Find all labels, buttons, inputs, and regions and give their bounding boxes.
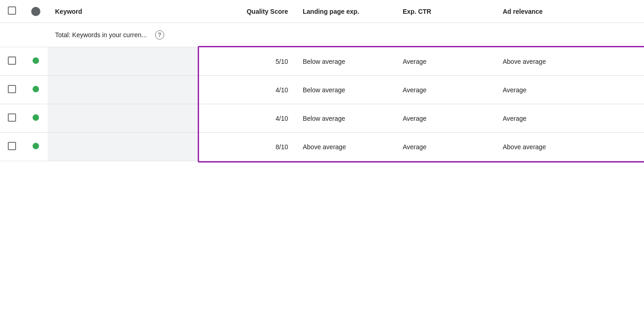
status-dot — [33, 57, 39, 64]
total-row: Total: Keywords in your curren... ? — [0, 23, 644, 47]
header-status — [24, 0, 48, 23]
row-relevance: Above average — [495, 47, 644, 76]
table-row: 4/10 Below average Average Average — [0, 104, 644, 133]
status-dot — [33, 114, 39, 121]
quality-score-value: 4/10 — [276, 86, 288, 94]
header-landing[interactable]: Landing page exp. — [295, 0, 395, 23]
row-checkbox[interactable] — [8, 113, 16, 122]
header-relevance[interactable]: Ad relevance — [495, 0, 644, 23]
row-check[interactable] — [0, 133, 24, 161]
row-relevance: Above average — [495, 133, 644, 161]
row-ctr: Average — [395, 104, 495, 133]
row-ctr: Average — [395, 47, 495, 76]
quality-score-value: 4/10 — [276, 115, 288, 122]
status-dot — [33, 86, 39, 92]
quality-score-value: 5/10 — [276, 58, 288, 65]
total-ctr — [395, 23, 495, 47]
row-landing: Above average — [295, 133, 395, 161]
relevance-value: Above average — [503, 58, 546, 65]
header-row: Keyword Quality Score Landing page exp. … — [0, 0, 644, 23]
relevance-value: Above average — [503, 143, 546, 151]
total-landing — [295, 23, 395, 47]
row-quality: 4/10 — [199, 104, 295, 133]
quality-score-value: 8/10 — [276, 143, 288, 151]
table-row: 5/10 Below average Average Above average — [0, 47, 644, 76]
row-checkbox[interactable] — [8, 56, 16, 65]
header-quality[interactable]: Quality Score — [199, 0, 295, 23]
ctr-value: Average — [403, 115, 427, 122]
header-checkbox[interactable] — [8, 6, 16, 15]
header-relevance-label: Ad relevance — [503, 8, 543, 15]
relevance-value: Average — [503, 86, 527, 94]
landing-page-value: Below average — [303, 86, 345, 94]
total-check — [0, 23, 24, 47]
keywords-table: Keyword Quality Score Landing page exp. … — [0, 0, 644, 161]
header-ctr[interactable]: Exp. CTR — [395, 0, 495, 23]
header-status-dot — [31, 7, 40, 16]
row-keyword — [48, 133, 199, 161]
total-quality — [199, 23, 295, 47]
row-keyword — [48, 104, 199, 133]
row-check[interactable] — [0, 47, 24, 76]
header-keyword[interactable]: Keyword — [48, 0, 199, 23]
row-status — [24, 104, 48, 133]
header-keyword-label: Keyword — [55, 8, 82, 15]
help-icon[interactable]: ? — [155, 30, 164, 39]
total-cell-content: Total: Keywords in your curren... ? — [55, 30, 192, 39]
status-dot — [33, 143, 39, 149]
table-wrapper: Keyword Quality Score Landing page exp. … — [0, 0, 644, 161]
total-label-text: Total: Keywords in your curren... — [55, 31, 147, 39]
row-quality: 5/10 — [199, 47, 295, 76]
row-landing: Below average — [295, 76, 395, 104]
row-ctr: Average — [395, 76, 495, 104]
total-status — [24, 23, 48, 47]
row-quality: 8/10 — [199, 133, 295, 161]
total-label-cell: Total: Keywords in your curren... ? — [48, 23, 199, 47]
ctr-value: Average — [403, 86, 427, 94]
header-quality-label: Quality Score — [247, 8, 288, 15]
total-relevance — [495, 23, 644, 47]
row-keyword — [48, 76, 199, 104]
ctr-value: Average — [403, 58, 427, 65]
row-landing: Below average — [295, 104, 395, 133]
row-checkbox[interactable] — [8, 85, 16, 93]
landing-page-value: Below average — [303, 58, 345, 65]
table-row: 8/10 Above average Average Above average — [0, 133, 644, 161]
row-checkbox[interactable] — [8, 142, 16, 150]
row-status — [24, 47, 48, 76]
row-landing: Below average — [295, 47, 395, 76]
row-status — [24, 76, 48, 104]
header-ctr-label: Exp. CTR — [403, 8, 431, 15]
row-check[interactable] — [0, 104, 24, 133]
header-landing-label: Landing page exp. — [303, 8, 359, 15]
ctr-value: Average — [403, 143, 427, 151]
row-check[interactable] — [0, 76, 24, 104]
main-container: Keyword Quality Score Landing page exp. … — [0, 0, 644, 315]
row-ctr: Average — [395, 133, 495, 161]
row-status — [24, 133, 48, 161]
row-relevance: Average — [495, 76, 644, 104]
relevance-value: Average — [503, 115, 527, 122]
row-keyword — [48, 47, 199, 76]
row-quality: 4/10 — [199, 76, 295, 104]
table-row: 4/10 Below average Average Average — [0, 76, 644, 104]
landing-page-value: Below average — [303, 115, 345, 122]
header-check[interactable] — [0, 0, 24, 23]
row-relevance: Average — [495, 104, 644, 133]
landing-page-value: Above average — [303, 143, 346, 151]
